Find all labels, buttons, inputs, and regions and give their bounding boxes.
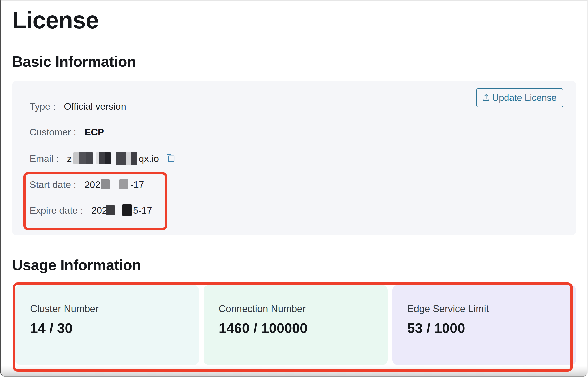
usage-cards-row: Cluster Number 14 / 30 Connection Number…	[12, 285, 576, 365]
card-value: 14 / 30	[30, 321, 199, 336]
field-label: Email :	[30, 153, 59, 164]
redaction-mosaic	[96, 152, 111, 164]
field-label: Expire date :	[30, 205, 83, 216]
email-value: zqx.io	[67, 153, 159, 164]
field-label: Customer :	[30, 127, 76, 138]
window-bottom-edge	[1, 366, 587, 376]
upload-icon	[481, 93, 491, 102]
redaction-mosaic	[122, 204, 132, 216]
page-content: License Basic Information Update License…	[1, 8, 587, 365]
redaction-mosaic	[101, 179, 110, 189]
page-title: License	[12, 8, 576, 32]
field-label: Start date :	[30, 179, 76, 190]
redaction-mosaic	[116, 152, 137, 165]
usage-card-cluster: Cluster Number 14 / 30	[15, 285, 199, 365]
usage-card-connection: Connection Number 1460 / 100000	[204, 285, 387, 365]
basic-information-heading: Basic Information	[12, 53, 576, 71]
field-label: Type :	[30, 101, 56, 112]
update-license-label: Update License	[492, 92, 557, 103]
update-license-button[interactable]: Update License	[476, 88, 563, 107]
basic-info-card: Update License Type : Official version C…	[12, 81, 576, 235]
license-page: License Basic Information Update License…	[0, 0, 588, 377]
redaction-mosaic	[73, 152, 93, 164]
redaction-mosaic	[119, 179, 128, 189]
field-value: ECP	[84, 127, 104, 138]
start-date-value: 202-17	[84, 179, 144, 190]
card-label: Cluster Number	[30, 303, 199, 315]
card-label: Edge Service Limit	[407, 303, 576, 315]
usage-card-edge-service: Edge Service Limit 53 / 1000	[392, 285, 576, 365]
field-row-customer: Customer : ECP	[30, 126, 576, 139]
card-label: Connection Number	[219, 303, 387, 315]
field-row-expire-date: Expire date : 2025-17	[30, 204, 576, 217]
copy-icon[interactable]	[165, 153, 175, 164]
usage-information-heading: Usage Information	[12, 256, 576, 274]
card-value: 53 / 1000	[407, 321, 576, 336]
field-row-email: Email : zqx.io	[30, 152, 576, 165]
field-value: Official version	[64, 101, 126, 112]
redaction-mosaic	[106, 205, 115, 215]
field-row-start-date: Start date : 202-17	[30, 179, 576, 191]
card-value: 1460 / 100000	[219, 321, 387, 336]
expire-date-value: 2025-17	[91, 205, 152, 216]
